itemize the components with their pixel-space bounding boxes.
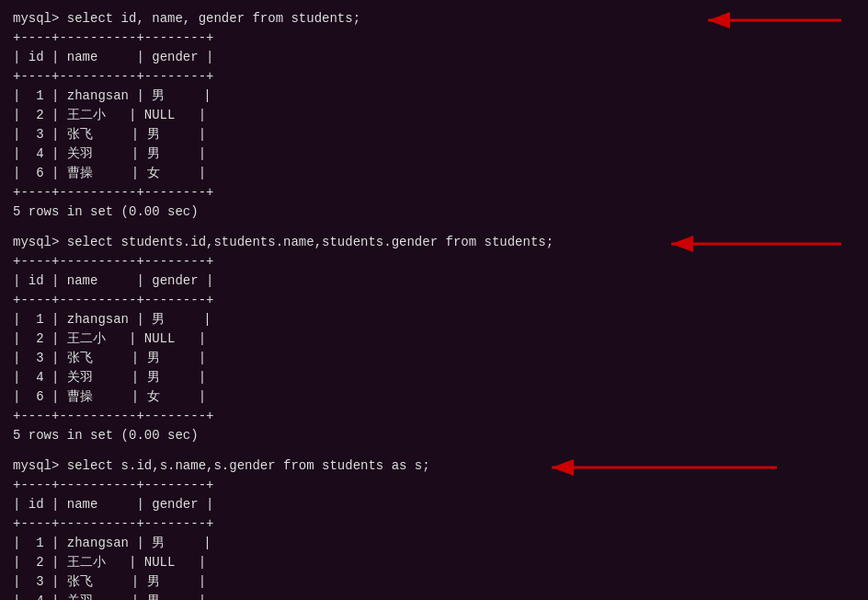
- table-row-2-1: | 1 | zhangsan | 男 |: [13, 310, 855, 329]
- table-row-2-3: | 3 | 张飞 | 男 |: [13, 349, 855, 368]
- arrow-2: [662, 231, 846, 257]
- sql-block-3: mysql> select s.id,s.name,s.gender from …: [13, 456, 855, 600]
- table-border-3b: +----+----------+--------+: [13, 514, 855, 534]
- table-row-1-2: | 2 | 王二小 | NULL |: [13, 106, 855, 125]
- table-row-3-2: | 2 | 王二小 | NULL |: [13, 553, 855, 572]
- arrow-3: [542, 455, 782, 480]
- table-row-3-1: | 1 | zhangsan | 男 |: [13, 534, 855, 553]
- arrow-1: [699, 7, 846, 33]
- table-border-1b: +----+----------+--------+: [13, 67, 855, 87]
- table-row-3-4: | 4 | 关羽 | 男 |: [13, 592, 855, 600]
- table-row-2-2: | 2 | 王二小 | NULL |: [13, 329, 855, 349]
- result-2: 5 rows in set (0.00 sec): [13, 426, 855, 445]
- table-row-1-3: | 3 | 张飞 | 男 |: [13, 125, 855, 144]
- table-row-3-3: | 3 | 张飞 | 男 |: [13, 572, 855, 592]
- table-header-2: | id | name | gender |: [13, 271, 855, 291]
- table-border-2c: +----+----------+--------+: [13, 407, 855, 426]
- terminal: mysql> select id, name, gender from stud…: [13, 9, 855, 591]
- table-row-1-1: | 1 | zhangsan | 男 |: [13, 87, 855, 106]
- sql-block-2: mysql> select students.id,students.name,…: [13, 233, 855, 445]
- result-1: 5 rows in set (0.00 sec): [13, 202, 855, 222]
- table-row-1-5: | 6 | 曹操 | 女 |: [13, 164, 855, 183]
- table-header-1: | id | name | gender |: [13, 48, 855, 67]
- table-row-1-4: | 4 | 关羽 | 男 |: [13, 144, 855, 164]
- table-row-2-4: | 4 | 关羽 | 男 |: [13, 368, 855, 387]
- table-border-1c: +----+----------+--------+: [13, 183, 855, 202]
- table-row-2-5: | 6 | 曹操 | 女 |: [13, 387, 855, 407]
- table-header-3: | id | name | gender |: [13, 495, 855, 514]
- table-border-2b: +----+----------+--------+: [13, 291, 855, 310]
- sql-block-1: mysql> select id, name, gender from stud…: [13, 9, 855, 222]
